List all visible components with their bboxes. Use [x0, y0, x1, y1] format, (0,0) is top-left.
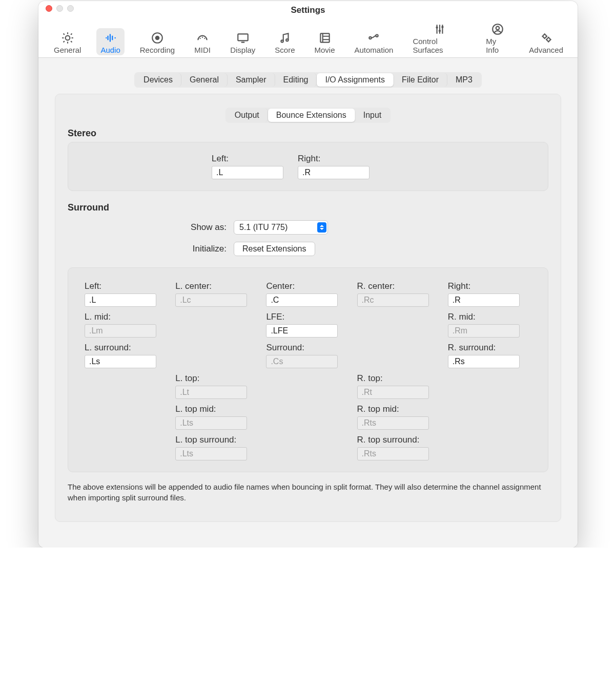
- reset-extensions-button[interactable]: Reset Extensions: [234, 242, 315, 256]
- midi-gauge-icon: [194, 31, 211, 45]
- svg-point-16: [496, 27, 500, 30]
- surround-field-l-center: L. center:: [175, 281, 259, 307]
- toolbar-item-score[interactable]: Score: [271, 28, 299, 55]
- stereo-left-input[interactable]: [212, 166, 283, 179]
- svg-point-14: [441, 26, 443, 28]
- surround-input-l-surround[interactable]: [85, 355, 156, 368]
- surround-input-right[interactable]: [448, 293, 520, 307]
- toolbar-item-recording[interactable]: Recording: [136, 28, 179, 55]
- toolbar-item-display[interactable]: Display: [226, 28, 259, 55]
- surround-heading: Surround: [68, 202, 548, 213]
- surround-field-r-top-mid: R. top mid:: [357, 404, 441, 430]
- surround-input-l-mid: [85, 324, 156, 338]
- svg-point-5: [204, 38, 205, 39]
- toolbar-item-general[interactable]: General: [50, 28, 85, 55]
- surround-label-r-top-mid: R. top mid:: [357, 404, 441, 414]
- tab-sampler[interactable]: Sampler: [228, 73, 275, 87]
- surround-label-r-top: R. top:: [357, 373, 441, 384]
- svg-point-18: [547, 38, 550, 41]
- surround-input-r-surround[interactable]: [448, 355, 520, 368]
- show-as-value: 5.1 (ITU 775): [239, 223, 288, 232]
- svg-point-4: [202, 37, 203, 38]
- surround-field-left: Left:: [85, 281, 168, 307]
- svg-rect-6: [238, 34, 248, 40]
- svg-rect-9: [320, 33, 329, 42]
- record-icon: [149, 31, 166, 45]
- show-as-label: Show as:: [175, 222, 227, 233]
- tab-editing[interactable]: Editing: [275, 73, 317, 87]
- surround-input-r-top: [357, 386, 429, 399]
- settings-window: Settings GeneralAudioRecordingMIDIDispla…: [38, 1, 578, 548]
- svg-point-8: [286, 39, 288, 41]
- gears-icon: [538, 31, 555, 45]
- minimize-window-button[interactable]: [56, 5, 63, 12]
- show-as-select[interactable]: 5.1 (ITU 775): [234, 220, 328, 235]
- svg-point-12: [436, 27, 438, 29]
- svg-point-3: [200, 38, 201, 39]
- zoom-window-button[interactable]: [67, 5, 74, 12]
- surround-field-r-top: R. top:: [357, 373, 441, 399]
- tab-mp3[interactable]: MP3: [447, 73, 481, 87]
- content-pane: DevicesGeneralSamplerEditingI/O Assignme…: [38, 58, 578, 548]
- surround-field-r-mid: R. mid:: [448, 312, 531, 338]
- subtab-bounce-extensions[interactable]: Bounce Extensions: [268, 109, 355, 122]
- toolbar-item-midi[interactable]: MIDI: [190, 28, 215, 55]
- surround-label-r-top-surround: R. top surround:: [357, 435, 441, 445]
- surround-field-l-surround: L. surround:: [85, 343, 168, 368]
- subtab-output[interactable]: Output: [227, 109, 268, 122]
- surround-label-lfe: LFE:: [266, 312, 350, 322]
- score-notes-icon: [277, 31, 293, 45]
- stereo-right-label: Right:: [298, 154, 369, 164]
- toolbar-item-advanced[interactable]: Advanced: [525, 28, 567, 55]
- surround-input-center[interactable]: [266, 293, 338, 307]
- surround-field-l-top: L. top:: [175, 373, 259, 399]
- surround-input-l-top-surround: [175, 447, 247, 460]
- stereo-heading: Stereo: [68, 128, 548, 139]
- toolbar-item-my-info[interactable]: My Info: [482, 19, 514, 55]
- close-window-button[interactable]: [46, 5, 52, 12]
- tab-devices[interactable]: Devices: [135, 73, 181, 87]
- svg-point-11: [376, 35, 378, 37]
- surround-input-r-top-surround: [357, 447, 429, 460]
- surround-field-r-surround: R. surround:: [448, 343, 531, 368]
- svg-point-2: [155, 36, 160, 40]
- io-subtabs: OutputBounce ExtensionsInput: [68, 108, 548, 123]
- audio-subtabs: DevicesGeneralSamplerEditingI/O Assignme…: [55, 72, 561, 88]
- titlebar: Settings: [38, 1, 578, 16]
- svg-point-17: [543, 35, 546, 38]
- surround-label-r-center: R. center:: [357, 281, 441, 291]
- surround-input-r-mid: [448, 324, 520, 338]
- toolbar: GeneralAudioRecordingMIDIDisplayScoreMov…: [38, 16, 578, 58]
- surround-label-l-mid: L. mid:: [85, 312, 168, 322]
- surround-input-lfe[interactable]: [266, 324, 338, 338]
- toolbar-item-audio[interactable]: Audio: [96, 28, 124, 55]
- tab-i-o-assignments[interactable]: I/O Assignments: [317, 73, 394, 87]
- subtab-input[interactable]: Input: [355, 109, 390, 122]
- surround-input-surround: [266, 355, 338, 368]
- sliders-icon: [432, 23, 448, 36]
- stereo-panel: Left: Right:: [68, 142, 548, 191]
- surround-field-r-center: R. center:: [357, 281, 441, 307]
- tab-general[interactable]: General: [181, 73, 228, 87]
- toolbar-item-control-surfaces[interactable]: Control Surfaces: [408, 19, 470, 55]
- surround-field-l-top-surround: L. top surround:: [175, 435, 259, 460]
- stereo-left-label: Left:: [212, 154, 283, 164]
- footer-note: The above extensions will be appended to…: [68, 481, 548, 503]
- toolbar-item-movie[interactable]: Movie: [311, 28, 339, 55]
- surround-label-l-surround: L. surround:: [85, 343, 168, 353]
- surround-field-r-top-surround: R. top surround:: [357, 435, 441, 460]
- surround-field-center: Center:: [266, 281, 350, 307]
- svg-point-7: [281, 40, 283, 42]
- surround-field-l-top-mid: L. top mid:: [175, 404, 259, 430]
- surround-field-lfe: LFE:: [266, 312, 350, 338]
- surround-label-r-mid: R. mid:: [448, 312, 531, 322]
- chevron-updown-icon: [317, 222, 326, 233]
- surround-input-l-center: [175, 293, 247, 307]
- stereo-right-input[interactable]: [298, 166, 369, 179]
- surround-label-center: Center:: [266, 281, 350, 291]
- tab-file-editor[interactable]: File Editor: [394, 73, 447, 87]
- surround-input-r-top-mid: [357, 416, 429, 430]
- surround-input-left[interactable]: [85, 293, 156, 307]
- toolbar-item-automation[interactable]: Automation: [351, 28, 398, 55]
- movie-film-icon: [317, 31, 333, 45]
